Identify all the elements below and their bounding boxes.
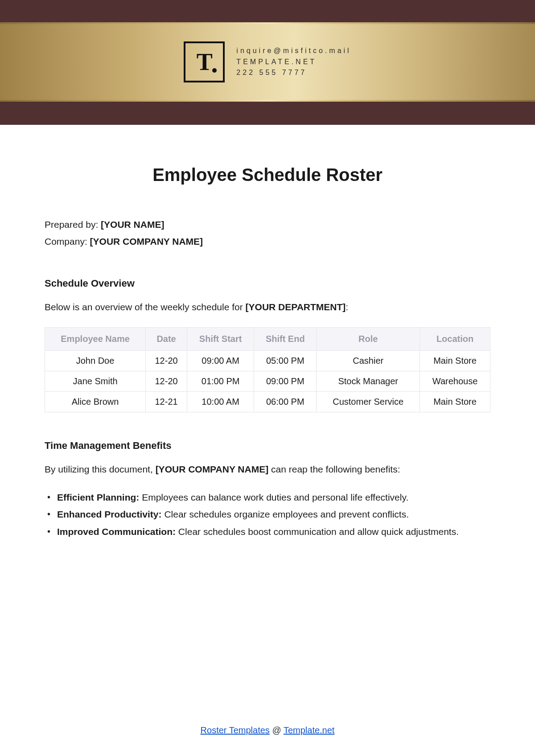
cell-name: Alice Brown [45, 392, 146, 412]
logo-letter: T [197, 50, 212, 74]
prepared-label: Prepared by: [45, 219, 101, 230]
cell-date: 12-20 [146, 371, 187, 392]
contact-site: TEMPLATE.NET [236, 57, 351, 68]
list-item: Efficient Planning: Employees can balanc… [46, 490, 490, 505]
cell-location: Main Store [420, 351, 490, 371]
cell-role: Cashier [317, 351, 420, 371]
contact-email: inquire@misfitco.mail [236, 45, 351, 57]
meta-block: Prepared by: [YOUR NAME] Company: [YOUR … [45, 216, 490, 250]
benefit-label: Enhanced Productivity: [57, 509, 162, 519]
benefits-intro-suffix: can reap the following benefits: [268, 464, 400, 474]
benefits-heading: Time Management Benefits [45, 440, 490, 452]
overview-intro-bold: [YOUR DEPARTMENT] [246, 302, 346, 312]
table-row: Jane Smith 12-20 01:00 PM 09:00 PM Stock… [45, 371, 490, 392]
benefits-list: Efficient Planning: Employees can balanc… [45, 490, 490, 540]
benefit-text: Employees can balance work duties and pe… [139, 492, 408, 502]
cell-start: 01:00 PM [187, 371, 254, 392]
document-content: Employee Schedule Roster Prepared by: [Y… [0, 125, 535, 540]
th-date: Date [146, 328, 187, 351]
header-bottom-stripe [0, 102, 535, 125]
benefits-intro: By utilizing this document, [YOUR COMPAN… [45, 462, 490, 477]
benefit-text: Clear schedules boost communication and … [176, 526, 459, 537]
cell-name: Jane Smith [45, 371, 146, 392]
cell-location: Warehouse [420, 371, 490, 392]
schedule-table: Employee Name Date Shift Start Shift End… [45, 327, 490, 412]
cell-name: John Doe [45, 351, 146, 371]
list-item: Improved Communication: Clear schedules … [46, 524, 490, 540]
cell-end: 05:00 PM [254, 351, 317, 371]
company-label: Company: [45, 236, 90, 247]
contact-phone: 222 555 7777 [236, 67, 351, 78]
table-row: Alice Brown 12-21 10:00 AM 06:00 PM Cust… [45, 392, 490, 412]
cell-end: 09:00 PM [254, 371, 317, 392]
th-shift-end: Shift End [254, 328, 317, 351]
cell-location: Main Store [420, 392, 490, 412]
prepared-value: [YOUR NAME] [101, 219, 164, 230]
list-item: Enhanced Productivity: Clear schedules o… [46, 507, 490, 522]
th-shift-start: Shift Start [187, 328, 254, 351]
footer-link-roster[interactable]: Roster Templates [201, 725, 270, 735]
logo-box: T [184, 41, 225, 82]
cell-end: 06:00 PM [254, 392, 317, 412]
cell-date: 12-20 [146, 351, 187, 371]
cell-date: 12-21 [146, 392, 187, 412]
header-gold-band: T inquire@misfitco.mail TEMPLATE.NET 222… [0, 24, 535, 100]
company-value: [YOUR COMPANY NAME] [90, 236, 203, 247]
page-title: Employee Schedule Roster [45, 165, 490, 185]
footer: Roster Templates @ Template.net [0, 725, 535, 735]
benefit-label: Efficient Planning: [57, 492, 139, 502]
benefits-intro-prefix: By utilizing this document, [45, 464, 156, 474]
benefit-text: Clear schedules organize employees and p… [162, 509, 409, 519]
cell-start: 10:00 AM [187, 392, 254, 412]
footer-at: @ [270, 725, 284, 735]
overview-heading: Schedule Overview [45, 278, 490, 289]
company-line: Company: [YOUR COMPANY NAME] [45, 233, 490, 250]
prepared-by-line: Prepared by: [YOUR NAME] [45, 216, 490, 233]
benefit-label: Improved Communication: [57, 526, 176, 537]
th-employee-name: Employee Name [45, 328, 146, 351]
contact-block: inquire@misfitco.mail TEMPLATE.NET 222 5… [236, 45, 351, 78]
th-location: Location [420, 328, 490, 351]
header-top-stripe [0, 0, 535, 22]
benefits-intro-bold: [YOUR COMPANY NAME] [156, 464, 269, 474]
th-role: Role [317, 328, 420, 351]
overview-intro-suffix: : [346, 302, 348, 312]
cell-role: Stock Manager [317, 371, 420, 392]
cell-role: Customer Service [317, 392, 420, 412]
overview-intro-prefix: Below is an overview of the weekly sched… [45, 302, 246, 312]
cell-start: 09:00 AM [187, 351, 254, 371]
overview-intro: Below is an overview of the weekly sched… [45, 300, 490, 314]
table-row: John Doe 12-20 09:00 AM 05:00 PM Cashier… [45, 351, 490, 371]
table-header-row: Employee Name Date Shift Start Shift End… [45, 328, 490, 351]
footer-link-template[interactable]: Template.net [284, 725, 335, 735]
logo-dot-icon [212, 68, 217, 73]
